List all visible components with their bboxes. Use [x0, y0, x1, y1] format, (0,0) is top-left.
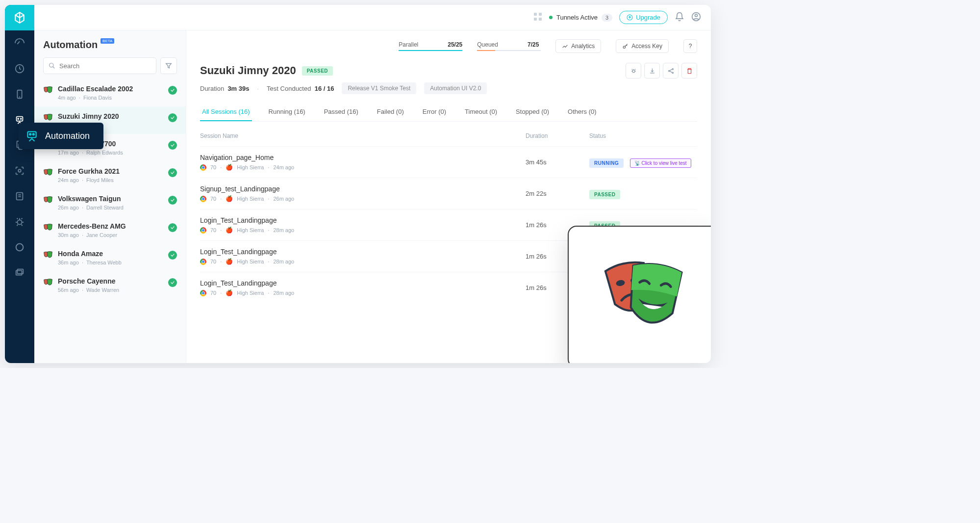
- session-duration: 3m 45s: [526, 158, 589, 166]
- tab-all-sessions[interactable]: All Sessions (16): [200, 103, 252, 121]
- session-meta: 70· 🍎 High Sierra·28m ago: [200, 258, 526, 265]
- tab-running[interactable]: Running (16): [267, 103, 307, 121]
- tab-stopped[interactable]: Stopped (0): [514, 103, 551, 121]
- masks-illustration-card: [568, 226, 711, 363]
- delete-button[interactable]: [681, 63, 697, 78]
- pass-badge-icon: [168, 168, 177, 177]
- session-row[interactable]: Signup_test_Landingpage 70· 🍎 High Sierr…: [200, 178, 697, 209]
- pass-badge-icon: [168, 196, 177, 205]
- tag-chip: Automation UI V2.0: [424, 82, 487, 94]
- mask-icon: [43, 113, 53, 123]
- session-name: Signup_test_Landingpage: [200, 185, 526, 193]
- tunnel-count-badge: 3: [602, 14, 612, 22]
- test-list-item[interactable]: Cadillac Escalade 2002 4m ago · Fiona Da…: [34, 79, 186, 106]
- tab-timeout[interactable]: Timeout (0): [463, 103, 499, 121]
- pass-badge-icon: [168, 251, 177, 260]
- test-name: Mercedes-Benz AMG: [58, 222, 163, 230]
- pass-badge-icon: [168, 278, 177, 287]
- apple-icon: 🍎: [226, 164, 233, 171]
- session-status-badge: RUNNING: [589, 158, 624, 168]
- parallel-value: 25/25: [448, 41, 462, 48]
- tabs-row: All Sessions (16) Running (16) Passed (1…: [200, 103, 697, 122]
- test-meta: 24m ago · Floyd Miles: [58, 177, 163, 183]
- analytics-button[interactable]: Analytics: [555, 39, 601, 53]
- test-list-item[interactable]: Volkswagen Taigun 26m ago · Darrell Stew…: [34, 189, 186, 216]
- test-list-item[interactable]: Honda Amaze 36m ago · Theresa Webb: [34, 244, 186, 271]
- nav-tooltip-label: Automation: [45, 131, 90, 141]
- access-key-button[interactable]: Access Key: [616, 39, 669, 53]
- test-list-item[interactable]: Porsche Cayenne 56m ago · Wade Warren: [34, 271, 186, 299]
- apps-grid-icon[interactable]: [533, 12, 542, 23]
- col-status: Status: [589, 132, 697, 139]
- mask-icon: [43, 86, 53, 96]
- chrome-icon: [200, 259, 206, 265]
- test-meta: 17m ago · Ralph Edwards: [58, 150, 163, 156]
- test-name: Volkswagen Taigun: [58, 195, 163, 203]
- brand-logo[interactable]: [5, 5, 34, 30]
- test-list-item[interactable]: Mercedes-Benz AMG 30m ago · Jane Cooper: [34, 216, 186, 244]
- tab-passed[interactable]: Passed (16): [322, 103, 360, 121]
- profile-icon[interactable]: [691, 12, 701, 24]
- svg-point-9: [17, 220, 22, 224]
- session-name: Login_Test_Landingpage: [200, 216, 526, 224]
- logs-icon[interactable]: [5, 183, 34, 209]
- help-button[interactable]: ?: [683, 39, 697, 53]
- svg-rect-16: [534, 13, 537, 16]
- session-row[interactable]: Navigation_page_Home 70· 🍎 High Sierra·2…: [200, 146, 697, 178]
- svg-rect-18: [534, 18, 537, 21]
- integrations-icon[interactable]: [5, 235, 34, 260]
- duration-value: 3m 39s: [227, 85, 249, 92]
- session-meta: 70· 🍎 High Sierra·26m ago: [200, 195, 526, 202]
- mask-icon: [43, 168, 53, 178]
- queued-value: 7/25: [528, 41, 539, 48]
- pass-badge-icon: [168, 141, 177, 150]
- folders-icon[interactable]: [5, 260, 34, 286]
- test-meta: 4m ago · Fiona Davis: [58, 95, 163, 101]
- upgrade-button[interactable]: Upgrade: [619, 11, 668, 24]
- svg-point-4: [21, 118, 22, 119]
- apple-icon: 🍎: [226, 258, 233, 265]
- svg-point-28: [672, 72, 674, 74]
- device-icon[interactable]: [5, 81, 34, 107]
- view-live-button[interactable]: 📡 Click to view live test: [630, 158, 691, 168]
- bug-icon[interactable]: [5, 209, 34, 235]
- download-button[interactable]: [644, 63, 660, 78]
- session-name: Login_Test_Landingpage: [200, 248, 526, 256]
- dashboard-icon[interactable]: [5, 30, 34, 56]
- session-meta: 70· 🍎 High Sierra·28m ago: [200, 227, 526, 234]
- col-session-name: Session Name: [200, 132, 526, 139]
- svg-rect-17: [539, 13, 542, 16]
- session-status-badge: PASSED: [589, 190, 620, 199]
- session-duration: 2m 22s: [526, 190, 589, 197]
- tab-others[interactable]: Others (0): [566, 103, 599, 121]
- share-button[interactable]: [663, 63, 678, 78]
- svg-point-23: [50, 63, 53, 67]
- bug-report-button[interactable]: [626, 63, 641, 78]
- filter-button[interactable]: [160, 57, 177, 74]
- visual-icon[interactable]: [5, 158, 34, 183]
- chrome-icon: [200, 227, 206, 234]
- search-input[interactable]: [59, 62, 151, 70]
- test-meta: 26m ago · Darrell Steward: [58, 205, 163, 210]
- tab-error[interactable]: Error (0): [421, 103, 448, 121]
- test-list-item[interactable]: Force Gurkha 2021 24m ago · Floyd Miles: [34, 161, 186, 189]
- svg-rect-11: [16, 270, 22, 275]
- notifications-icon[interactable]: [675, 12, 684, 24]
- session-name: Navigation_page_Home: [200, 154, 526, 161]
- tag-chip: Release V1 Smoke Test: [342, 82, 416, 94]
- col-duration: Duration: [526, 132, 589, 139]
- nav-tooltip-automation: Automation: [19, 123, 103, 149]
- svg-point-14: [29, 133, 31, 135]
- test-meta: 36m ago · Theresa Webb: [58, 260, 163, 265]
- test-meta: 56m ago · Wade Warren: [58, 287, 163, 293]
- chrome-icon: [200, 290, 206, 296]
- search-input-wrapper[interactable]: [43, 57, 156, 74]
- search-icon: [49, 62, 55, 69]
- pass-badge-icon: [168, 86, 177, 95]
- parallel-label: Parallel: [399, 41, 418, 48]
- history-icon[interactable]: [5, 56, 34, 81]
- svg-point-24: [623, 46, 625, 48]
- build-title: Suzuki Jimny 2020: [200, 64, 296, 77]
- tunnel-status: Tunnels Active 3: [549, 14, 612, 22]
- tab-failed[interactable]: Failed (0): [375, 103, 406, 121]
